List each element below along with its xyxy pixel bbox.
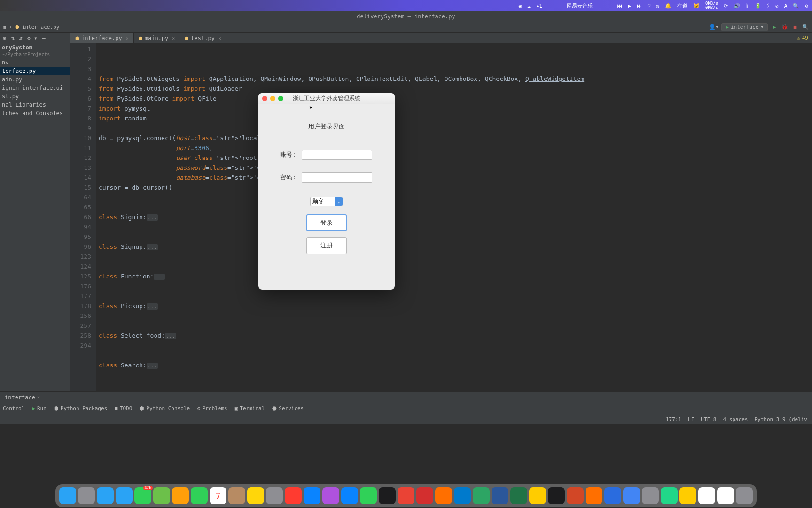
dock-music-icon[interactable] xyxy=(285,487,302,504)
tree-item[interactable]: nal Libraries xyxy=(0,101,70,109)
run-config-selector[interactable]: ▶ interface ▾ xyxy=(721,23,768,31)
dock-contacts-icon[interactable] xyxy=(228,487,245,504)
dock-messages-icon[interactable]: 426 xyxy=(134,487,151,504)
search-icon[interactable]: 🔍 xyxy=(793,3,799,9)
youdao-icon[interactable]: 有道 xyxy=(677,2,687,9)
tab-main[interactable]: ⬢main.py× xyxy=(134,33,180,43)
role-combobox[interactable]: 顾客 ⌄ xyxy=(310,197,343,206)
dock-idea-icon[interactable] xyxy=(548,487,565,504)
tree-item-selected[interactable]: terface.py xyxy=(0,67,70,75)
dock-pycharm-icon[interactable] xyxy=(661,487,678,504)
services-button[interactable]: ⬣ Services xyxy=(272,405,304,412)
dock-pages-icon[interactable] xyxy=(529,487,546,504)
hide-icon[interactable]: — xyxy=(42,35,45,41)
wifi-icon[interactable]: ⧙ xyxy=(767,3,770,9)
code-content[interactable]: from PySide6.QtWidgets import QApplicati… xyxy=(96,43,812,391)
dock-pen-icon[interactable] xyxy=(679,487,696,504)
dock-photos-icon[interactable] xyxy=(172,487,189,504)
tree-item[interactable]: ignin_interface.ui xyxy=(0,84,70,92)
input-icon[interactable]: A xyxy=(784,3,788,9)
tree-item[interactable]: tches and Consoles xyxy=(0,109,70,118)
dock-doc1-icon[interactable] xyxy=(698,487,715,504)
dock-word-icon[interactable] xyxy=(492,487,508,504)
dock-youdao-icon[interactable] xyxy=(416,487,433,504)
dock-qq-icon[interactable] xyxy=(341,487,358,504)
spotlight-icon[interactable]: ⊘ xyxy=(775,3,779,9)
record-icon[interactable]: ◉ xyxy=(519,3,522,9)
search-everywhere-icon[interactable]: 🔍 xyxy=(802,24,809,31)
password-input[interactable] xyxy=(302,172,372,183)
user-icon[interactable]: 👤▾ xyxy=(709,24,719,30)
register-button[interactable]: 注册 xyxy=(306,237,347,254)
dock-safari-icon[interactable] xyxy=(97,487,114,504)
prev-track-icon[interactable]: ⏮ xyxy=(617,3,622,9)
dock-finder-icon[interactable] xyxy=(59,487,76,504)
play-icon[interactable]: ▶ xyxy=(628,3,631,9)
stop-button[interactable]: ■ xyxy=(791,24,799,31)
sync-icon[interactable]: ⟳ xyxy=(724,3,728,9)
target-icon[interactable]: ⊕ xyxy=(3,35,6,41)
dock-maps-icon[interactable] xyxy=(153,487,170,504)
dock-app-icon[interactable] xyxy=(642,487,659,504)
close-icon[interactable]: × xyxy=(37,395,40,400)
code-area[interactable]: 1234567891011121314156465669495961231241… xyxy=(70,43,812,391)
dock-wechat-icon[interactable] xyxy=(360,487,377,504)
breadcrumb-file[interactable]: interface.py xyxy=(22,24,59,30)
dock-terminal-icon[interactable] xyxy=(379,487,396,504)
project-root[interactable]: erySystem ~/PycharmProjects xyxy=(0,43,70,58)
cat-icon[interactable]: 🐱 xyxy=(693,3,700,9)
dock-baidu-icon[interactable] xyxy=(604,487,621,504)
run-button[interactable]: ▶ xyxy=(771,24,778,31)
tab-interface[interactable]: ⬢interface.py× xyxy=(70,33,134,43)
battery-icon[interactable]: 🔋 xyxy=(755,3,761,9)
console-button[interactable]: ⬢ Python Console xyxy=(140,405,190,412)
wechat-menubar-icon[interactable]: ☁ xyxy=(527,3,531,9)
dock-facetime-icon[interactable] xyxy=(191,487,208,504)
warning-badge[interactable]: ⚠ 49 xyxy=(797,35,808,41)
dock-podcasts-icon[interactable] xyxy=(322,487,339,504)
dock-excel-icon[interactable] xyxy=(510,487,527,504)
project-sidebar[interactable]: ⊕ ⇅ ⇵ ⚙ ▾ — erySystem ~/PycharmProjects … xyxy=(0,33,70,391)
dock-calendar-icon[interactable]: 7 xyxy=(210,487,226,504)
volume-icon[interactable]: 🔊 xyxy=(734,3,740,9)
dock-launchpad-icon[interactable] xyxy=(78,487,95,504)
dock-paper-icon[interactable] xyxy=(623,487,640,504)
dock-wps-icon[interactable] xyxy=(586,487,602,504)
tree-item[interactable]: ain.py xyxy=(0,75,70,84)
username-input[interactable] xyxy=(302,150,372,160)
bluetooth-icon[interactable]: ᛒ xyxy=(746,3,749,9)
dock-matlab-icon[interactable] xyxy=(435,487,452,504)
dock-notes-icon[interactable] xyxy=(247,487,264,504)
bell-icon[interactable]: 🔔 xyxy=(665,3,671,9)
close-icon[interactable]: × xyxy=(126,36,129,41)
run-tool-button[interactable]: ▶Run xyxy=(32,405,47,412)
control-center-icon[interactable]: ⚙ xyxy=(805,3,808,9)
terminal-button[interactable]: ▣ Terminal xyxy=(235,405,265,412)
debug-button[interactable]: 🐞 xyxy=(781,24,789,31)
dock-doc2-icon[interactable] xyxy=(717,487,734,504)
dock-settings-icon[interactable] xyxy=(266,487,283,504)
heart-icon[interactable]: ♡ xyxy=(648,3,651,9)
close-icon[interactable]: × xyxy=(172,36,175,41)
login-button[interactable]: 登录 xyxy=(306,214,347,231)
tree-item[interactable]: nv xyxy=(0,58,70,67)
dock-vscode-icon[interactable] xyxy=(454,487,471,504)
packages-button[interactable]: ⬢ Python Packages xyxy=(54,405,107,412)
dock-trash-icon[interactable] xyxy=(736,487,753,504)
clock-icon[interactable]: ◷ xyxy=(656,3,659,9)
run-tab-interface[interactable]: interface× xyxy=(0,394,45,401)
expand-icon[interactable]: ⇅ xyxy=(11,35,14,41)
dock-appstore-icon[interactable] xyxy=(304,487,320,504)
version-control-button[interactable]: Control xyxy=(3,405,24,412)
collapse-icon[interactable]: ⇵ xyxy=(19,35,22,41)
close-icon[interactable]: × xyxy=(219,36,221,41)
todo-button[interactable]: ≡ TODO xyxy=(115,405,132,412)
dock-dingtalk-icon[interactable] xyxy=(473,487,490,504)
problems-button[interactable]: ⊘ Problems xyxy=(197,405,227,412)
dock-ppt-icon[interactable] xyxy=(567,487,584,504)
tab-test[interactable]: ⬢test.py× xyxy=(180,33,226,43)
dialog-titlebar[interactable]: 浙江工业大学外卖管理系统 xyxy=(258,93,395,104)
tree-item[interactable]: st.py xyxy=(0,92,70,101)
dock-chrome-icon[interactable] xyxy=(398,487,414,504)
gear-icon[interactable]: ⚙ ▾ xyxy=(27,35,38,41)
